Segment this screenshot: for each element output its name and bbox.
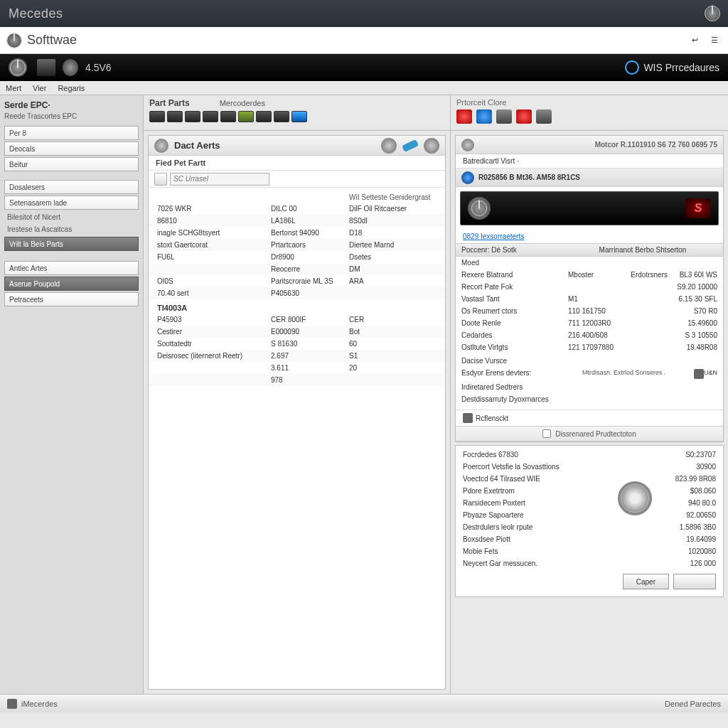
table-row[interactable]: Os Reumert ctors110 161750S70 R0 xyxy=(456,305,723,317)
vehicle-image-strip: S xyxy=(460,191,719,225)
table-row[interactable]: ReocerreDM xyxy=(149,263,445,275)
mercedes-star-icon[interactable] xyxy=(9,58,27,77)
sidebar-item[interactable]: Antlec Artes xyxy=(4,261,139,275)
table-row[interactable]: Rexere BlatrandMbosterErdotrsnersBL3 60I… xyxy=(456,269,723,281)
checkbox[interactable] xyxy=(542,429,551,438)
sidebar-item[interactable]: Dosalesers xyxy=(4,180,139,194)
subheader: Softtwae ↩ ☰ xyxy=(0,27,728,54)
tab-label[interactable]: Mercoderdes xyxy=(220,99,265,107)
tool-icon[interactable] xyxy=(256,111,272,122)
table-row[interactable]: Neycert Gar messucen.126 000 xyxy=(456,557,723,569)
menu-icon[interactable]: ☰ xyxy=(708,34,721,47)
wrench-icon[interactable] xyxy=(402,139,419,151)
checkbox-row[interactable]: Dissrenared Prudtectoton xyxy=(456,426,723,441)
table-row[interactable]: FU6LDr8900Dsetes xyxy=(149,251,445,263)
panel-subtitle: Fied Pet Fartt xyxy=(149,156,445,171)
doc-icon[interactable] xyxy=(536,109,552,124)
tool-icon[interactable] xyxy=(291,111,307,122)
table-header: Poccenr: Dé Sotk Marrinanot Berbo Shtser… xyxy=(456,243,723,257)
statusbar: iMecerdes Dened Parectes xyxy=(0,694,728,712)
tool-icon[interactable] xyxy=(238,111,254,122)
icon-toolbar xyxy=(149,111,444,122)
refresh-icon[interactable] xyxy=(154,173,167,186)
sidebar-text: Bilesitot of Nicert xyxy=(3,211,140,223)
sidebar-item[interactable]: Setenasarem lade xyxy=(4,196,139,210)
table-row[interactable]: Vastasl TantM16.15 30 SFL xyxy=(456,293,723,305)
table-row[interactable]: Ostltute Virtgts121 1709788019.48R08 xyxy=(456,341,723,353)
sidebar-item[interactable]: Petraceets xyxy=(4,292,139,306)
vehicle-icon[interactable] xyxy=(37,59,55,76)
mercedes-star-icon xyxy=(7,33,21,48)
tab-label[interactable]: Part Parts xyxy=(149,98,190,108)
sidebar-item[interactable]: Aserue Poupold xyxy=(4,277,139,291)
tool-icon[interactable] xyxy=(185,111,200,122)
tool-icon[interactable] xyxy=(167,111,183,122)
warning-icon[interactable] xyxy=(516,109,532,124)
status-icon[interactable] xyxy=(456,109,472,124)
table-row[interactable]: CestirerE000090Bot xyxy=(149,326,445,338)
table-row[interactable]: Destrdulers leolr rpute1.5896 3B0 xyxy=(456,521,723,533)
wis-label[interactable]: WIS Prrcedaures xyxy=(643,62,719,73)
table-row[interactable]: Pbyaze Sapoartere92.00650 xyxy=(456,509,723,521)
tool-icon[interactable] xyxy=(476,109,492,124)
table-row[interactable]: Pdore Exetrtrom$08.060 xyxy=(456,485,723,497)
tool-icon[interactable] xyxy=(149,111,165,122)
status-right[interactable]: Dened Parectes xyxy=(665,700,721,708)
menu-item[interactable]: Vier xyxy=(33,84,46,92)
engine-label: 4.5V6 xyxy=(85,62,112,73)
table-row[interactable]: Cedardes216.400/608S 3 10550 xyxy=(456,329,723,341)
link[interactable]: 0829 Iexsorraeterts xyxy=(456,230,723,243)
table-row[interactable]: 3.61120 xyxy=(149,362,445,374)
tool-icon[interactable] xyxy=(203,111,218,122)
sidebar-subtitle: Reede Trascortes EPC xyxy=(3,112,140,124)
banner-title: R025856 B Mt36. AM58 8R1CS xyxy=(478,173,580,181)
table-row[interactable]: Doote Renle711 12003R015.49600 xyxy=(456,317,723,329)
grid-header: WiI Setteste Genidergrast xyxy=(149,192,445,203)
procedures-panel: Focrdedes 67830S0:23707Poercort Vetsfie … xyxy=(455,445,724,597)
tool-icon[interactable] xyxy=(274,111,289,122)
menu-item[interactable]: Mert xyxy=(6,84,21,92)
table-row[interactable]: Poercort Vetsfie la Sovasttions30900 xyxy=(456,461,723,473)
table-row[interactable]: 70.40 sertP405630 xyxy=(149,287,445,299)
table-row[interactable]: 86810LA186L8S0dI xyxy=(149,215,445,227)
mercedes-star-icon xyxy=(468,197,491,220)
sidebar-item-selected[interactable]: Vrilt la Beis Parts xyxy=(4,237,139,251)
table-row[interactable]: 978 xyxy=(149,374,445,386)
sidebar-item[interactable]: Per 8 xyxy=(4,126,139,140)
sync-icon[interactable]: ↩ xyxy=(688,34,701,47)
table-row[interactable]: Mobie Fets1020080 xyxy=(456,545,723,557)
table-row[interactable]: SoottatedtrS 8163060 xyxy=(149,338,445,350)
table-row: Destdissarruty Dyoxrnarces xyxy=(456,393,723,405)
filter-icon[interactable] xyxy=(381,138,397,154)
engine-icon[interactable] xyxy=(63,59,78,76)
service-icon xyxy=(694,369,704,379)
table-row[interactable]: P45903CER 800IFCER xyxy=(149,314,445,326)
table-row[interactable]: OI0SParitscroraie ML 3SARA xyxy=(149,275,445,287)
table-row[interactable]: Rarsidecem Poxtert940 80.0 xyxy=(456,497,723,509)
car-icon xyxy=(461,139,474,151)
caper-button[interactable]: Caper xyxy=(623,574,669,589)
table-row[interactable]: Focrdedes 67830S0:23707 xyxy=(456,449,723,461)
secondary-button[interactable] xyxy=(673,574,716,589)
ref-label: Rcflensckt xyxy=(476,414,508,422)
search-input[interactable] xyxy=(170,173,269,186)
right-pane: Prtorceit Clore Motcor R.1101910 S6 72 7… xyxy=(451,95,728,694)
table-row[interactable]: Boxsdsee Piott19.64099 xyxy=(456,533,723,545)
gear-icon[interactable] xyxy=(424,138,439,154)
menubar: Mert Vier Regaris xyxy=(0,81,728,95)
app-title: Mecedes xyxy=(9,6,63,21)
right-title: Prtorceit Clore xyxy=(456,98,722,107)
menu-item[interactable]: Regaris xyxy=(58,84,85,92)
disc-icon[interactable] xyxy=(496,109,512,124)
table-row[interactable]: 7026 WKRDILC 00DilF Oil Ritcaerser xyxy=(149,203,445,215)
table-row[interactable]: Deisrosec (iiternerot Reetr)2.697S1 xyxy=(149,350,445,362)
vin-label: Motcor R.1101910 S6 72 760 0695 75 xyxy=(595,141,717,149)
table-row[interactable]: inagle SCHG8tsyertBertonst 94090D18 xyxy=(149,227,445,239)
table-row[interactable]: Voectcd 64 Tilrased WIE823.99 8R08 xyxy=(456,473,723,485)
table-row[interactable]: stoxt GaertcoratPrtartcaorsDiertee Marnd xyxy=(149,239,445,251)
sidebar-item[interactable]: Beitur xyxy=(4,157,139,171)
table-row[interactable]: Recort Pate FokS9.20 10000 xyxy=(456,281,723,293)
sidebar-item[interactable]: Deocals xyxy=(4,141,139,156)
tool-icon[interactable] xyxy=(220,111,236,122)
table-row[interactable]: Moed xyxy=(456,257,723,269)
